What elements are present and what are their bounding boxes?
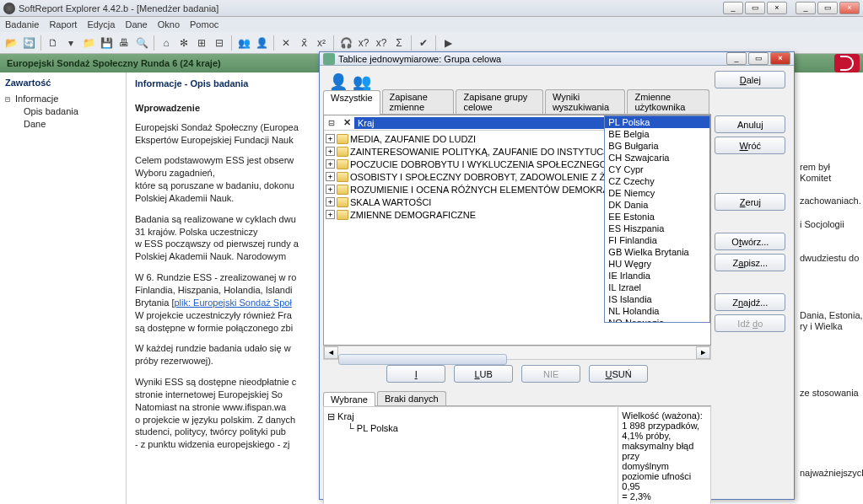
- tool-refresh-icon[interactable]: 🔄: [21, 35, 36, 51]
- otworz-button[interactable]: Otwórz...: [715, 233, 785, 250]
- country-option[interactable]: CH Szwajcaria: [605, 152, 709, 164]
- country-option[interactable]: FI Finlandia: [605, 234, 709, 246]
- country-option[interactable]: IS Islandia: [605, 293, 709, 305]
- tool-q1-icon[interactable]: x?: [356, 35, 371, 51]
- bg-frag-2: zachowaniach.: [800, 196, 861, 206]
- country-option[interactable]: DE Niemcy: [605, 187, 709, 199]
- menu-raport[interactable]: Raport: [49, 19, 77, 29]
- tab-zmienne-uzytkownika[interactable]: Zmienne użytkownika: [627, 89, 709, 114]
- znajdz-button[interactable]: Znajdź...: [715, 293, 785, 311]
- para-4c: Brytania [: [135, 298, 174, 308]
- tool-q2-icon[interactable]: x?: [374, 35, 389, 51]
- country-option[interactable]: ES Hiszpania: [605, 223, 709, 234]
- country-option[interactable]: BE Belgia: [605, 128, 709, 140]
- country-option[interactable]: IL Izrael: [605, 281, 709, 293]
- tool-a-icon[interactable]: ⌂: [159, 35, 174, 51]
- menu-badanie[interactable]: Badanie: [5, 19, 39, 29]
- country-option[interactable]: PL Polska: [605, 116, 709, 128]
- menu-pomoc[interactable]: Pomoc: [190, 19, 218, 29]
- tab-wszystkie[interactable]: Wszystkie: [323, 90, 380, 115]
- tool-c-icon[interactable]: ⊞: [194, 35, 209, 51]
- sidebar-heading: Zawartość: [5, 78, 121, 88]
- close-x-icon[interactable]: ✕: [339, 117, 354, 128]
- tool-open-icon[interactable]: 📂: [3, 35, 19, 51]
- tree-root[interactable]: ⊟ Informacje: [5, 93, 121, 105]
- info-l3: 4,1% próby,: [622, 431, 707, 441]
- menu-edycja[interactable]: Edycja: [87, 19, 115, 29]
- tool-head-icon[interactable]: 🎧: [338, 35, 353, 51]
- country-option[interactable]: HU Węgry: [605, 258, 709, 270]
- outer-restore-button[interactable]: ▭: [817, 2, 838, 14]
- dialog-close-button[interactable]: ×: [770, 52, 790, 65]
- tool-x3-icon[interactable]: x²: [314, 35, 329, 51]
- tool-check-icon[interactable]: ✔: [416, 35, 431, 51]
- restore-button[interactable]: ▭: [745, 2, 765, 14]
- country-option[interactable]: EE Estonia: [605, 211, 709, 223]
- dalej-button[interactable]: Dalej: [715, 71, 785, 88]
- op-i-button[interactable]: I: [386, 365, 445, 383]
- anuluj-button[interactable]: Anuluj: [715, 115, 785, 133]
- tool-run-icon[interactable]: ▶: [440, 35, 456, 51]
- dialog-tabs-lower: Wybrane Braki danych: [323, 391, 711, 406]
- country-option[interactable]: NL Holandia: [605, 305, 709, 317]
- h-scrollbar[interactable]: ◄ ►: [323, 346, 711, 360]
- zeruj-button[interactable]: Zeruj: [715, 193, 785, 211]
- country-option[interactable]: NO Norwegia: [605, 317, 709, 323]
- op-nie-button[interactable]: NIE: [521, 365, 580, 383]
- collapse-icon[interactable]: ⊟: [324, 117, 339, 129]
- window-buttons: _ ▭ × _ ▭ ×: [723, 2, 860, 14]
- tool-people1-icon[interactable]: 👥: [236, 35, 251, 51]
- inner-close-button[interactable]: ×: [767, 2, 787, 14]
- tool-new-icon[interactable]: 🗋: [46, 35, 61, 51]
- op-usun-button[interactable]: USUŃ: [589, 365, 648, 383]
- op-lub-button[interactable]: LUB: [454, 365, 513, 383]
- tree-item-opis[interactable]: Opis badania: [5, 105, 121, 118]
- tree-item-dane[interactable]: Dane: [5, 118, 121, 131]
- tool-sigma-icon[interactable]: Σ: [391, 35, 407, 51]
- tab-wybrane[interactable]: Wybrane: [323, 392, 375, 406]
- tool-dropdown-icon[interactable]: ▾: [63, 35, 78, 51]
- dialog-minimize-button[interactable]: _: [726, 52, 747, 65]
- country-option[interactable]: GB Wielka Brytania: [605, 246, 709, 258]
- para-4d: W projekcie uczestniczyły również Fra: [135, 310, 292, 320]
- tool-preview-icon[interactable]: 🔍: [134, 35, 149, 51]
- tool-print-icon[interactable]: 🖶: [116, 35, 132, 51]
- minimize-button[interactable]: _: [723, 2, 743, 14]
- country-option[interactable]: CZ Czechy: [605, 175, 709, 187]
- tool-x2-icon[interactable]: x̄: [296, 35, 311, 51]
- tool-d-icon[interactable]: ⊟: [212, 35, 227, 51]
- para-6b: stronie internetowej Europejskiej So: [135, 389, 283, 399]
- country-option[interactable]: IE Irlandia: [605, 270, 709, 281]
- selection-tree[interactable]: ⊟ Kraj └ PL Polska: [323, 406, 618, 504]
- scroll-thumb[interactable]: [338, 354, 507, 365]
- tool-people2-icon[interactable]: 👤: [254, 35, 269, 51]
- info-l5: domyślnym: [622, 461, 707, 471]
- scroll-left-icon[interactable]: ◄: [324, 346, 338, 359]
- file-link[interactable]: plik: Europejski Sondaż Społ: [174, 298, 291, 308]
- tab-zapisane-zmienne[interactable]: Zapisane zmienne: [382, 89, 455, 114]
- tool-b-icon[interactable]: ✻: [176, 35, 191, 51]
- idz-do-button[interactable]: Idź do: [715, 314, 785, 332]
- country-option[interactable]: CY Cypr: [605, 164, 709, 175]
- tool-save-icon[interactable]: 💾: [99, 35, 114, 51]
- para-6a: Wyniki ESS są dostępne nieodpłatnie c: [135, 377, 296, 387]
- tool-x1-icon[interactable]: ✕: [278, 35, 294, 51]
- tool-folder-icon[interactable]: 📁: [81, 35, 96, 51]
- menu-dane[interactable]: Dane: [125, 19, 147, 29]
- tab-wyniki[interactable]: Wyniki wyszukiwania: [545, 89, 626, 114]
- zapisz-button[interactable]: Zapisz...: [715, 254, 785, 271]
- menubar: Badanie Raport Edycja Dane Okno Pomoc: [0, 17, 863, 32]
- country-option[interactable]: DK Dania: [605, 199, 709, 211]
- info-l6: poziomie ufności 0,95: [622, 471, 707, 491]
- menu-okno[interactable]: Okno: [158, 19, 180, 29]
- wroc-button[interactable]: Wróć: [715, 137, 785, 154]
- outer-minimize-button[interactable]: _: [796, 2, 816, 14]
- tab-braki[interactable]: Braki danych: [377, 391, 446, 405]
- scroll-right-icon[interactable]: ►: [696, 346, 710, 359]
- country-dropdown[interactable]: PL Polska BE Belgia BG Bułgaria CH Szwaj…: [604, 115, 710, 323]
- dialog-maximize-button[interactable]: ▭: [748, 52, 769, 65]
- country-option[interactable]: BG Bułgaria: [605, 140, 709, 152]
- outer-close-button[interactable]: ×: [839, 2, 860, 14]
- sidebar: Zawartość ⊟ Informacje Opis badania Dane: [0, 72, 127, 504]
- tab-zapisane-grupy[interactable]: Zapisane grupy celowe: [456, 89, 542, 114]
